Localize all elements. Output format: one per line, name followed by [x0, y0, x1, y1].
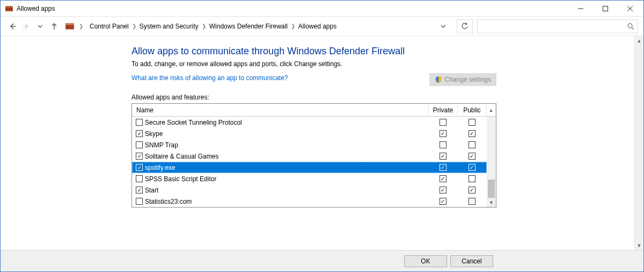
private-checkbox[interactable] [428, 119, 457, 126]
app-name: Skype [145, 130, 428, 138]
breadcrumb-item[interactable]: Windows Defender Firewall [207, 23, 290, 30]
app-name: Solitaire & Casual Games [145, 153, 428, 160]
app-name: Secure Socket Tunneling Protocol [145, 119, 428, 126]
recent-locations-button[interactable] [34, 20, 47, 33]
search-icon[interactable] [627, 23, 634, 30]
list-rows: Secure Socket Tunneling Protocol✓Skype✓✓… [132, 117, 487, 207]
risk-link[interactable]: What are the risks of allowing an app to… [131, 74, 288, 82]
column-header-public[interactable]: Public [458, 104, 487, 116]
refresh-button[interactable] [457, 19, 473, 33]
breadcrumb-item[interactable]: System and Security [137, 23, 201, 30]
svg-rect-19 [65, 27, 74, 27]
public-checkbox[interactable]: ✓ [457, 153, 486, 160]
app-name: SNMP Trap [145, 141, 428, 149]
private-checkbox[interactable] [428, 141, 457, 148]
ok-button[interactable]: OK [404, 255, 447, 267]
app-name: spotify.exe [145, 164, 428, 171]
public-checkbox[interactable] [457, 119, 486, 126]
breadcrumb-item[interactable]: Control Panel [87, 23, 131, 30]
svg-rect-17 [65, 23, 74, 25]
search-input[interactable] [481, 22, 627, 31]
chevron-right-icon: ❯ [201, 23, 207, 29]
svg-rect-5 [10, 6, 11, 8]
table-row[interactable]: ✓spotify.exe✓✓ [132, 162, 487, 173]
private-checkbox[interactable]: ✓ [428, 175, 457, 182]
address-dropdown-button[interactable] [441, 24, 452, 29]
enable-checkbox[interactable] [136, 175, 143, 182]
table-row[interactable]: Secure Socket Tunneling Protocol [132, 117, 487, 128]
list-header: Name Private Public ▲ [132, 104, 496, 117]
maximize-button[interactable] [593, 1, 618, 17]
list-label: Allowed apps and features: [131, 94, 634, 101]
public-checkbox[interactable]: ✓ [457, 187, 486, 194]
up-button[interactable] [48, 20, 61, 33]
chevron-right-icon: ❯ [131, 23, 137, 29]
svg-line-21 [632, 27, 634, 30]
column-header-private[interactable]: Private [429, 104, 458, 116]
minimize-button[interactable] [568, 1, 593, 17]
page-subtext: To add, change, or remove allowed apps a… [131, 60, 634, 68]
breadcrumb[interactable]: Control Panel ❯ System and Security ❯ Wi… [85, 19, 438, 33]
enable-checkbox[interactable]: ✓ [136, 164, 143, 171]
enable-checkbox[interactable] [136, 141, 143, 148]
ok-label: OK [421, 257, 430, 265]
forward-button[interactable] [20, 20, 33, 33]
svg-rect-3 [5, 9, 13, 10]
firewall-icon [65, 22, 75, 31]
allowed-apps-list: Name Private Public ▲ Secure Socket Tunn… [131, 103, 496, 207]
scrollbar-track[interactable] [635, 45, 643, 241]
scrollbar-thumb[interactable] [488, 180, 495, 198]
scroll-up-button[interactable]: ▲ [635, 36, 643, 45]
app-name: Start [145, 187, 428, 194]
footer: OK Cancel [1, 250, 643, 271]
app-name: SPSS Basic Script Editor [145, 175, 428, 183]
public-checkbox[interactable] [457, 198, 486, 205]
titlebar: Allowed apps [1, 1, 643, 17]
public-checkbox[interactable]: ✓ [457, 164, 486, 171]
list-scrollbar[interactable]: ▼ [487, 117, 496, 207]
svg-rect-1 [5, 6, 13, 8]
private-checkbox[interactable]: ✓ [428, 198, 457, 205]
enable-checkbox[interactable] [136, 119, 143, 126]
private-checkbox[interactable]: ✓ [428, 153, 457, 160]
table-row[interactable]: SNMP Trap [132, 139, 487, 151]
enable-checkbox[interactable]: ✓ [136, 130, 143, 137]
cancel-button[interactable]: Cancel [450, 255, 493, 267]
search-box[interactable] [477, 19, 638, 33]
window-title: Allowed apps [17, 5, 55, 12]
change-settings-button[interactable]: Change settings [429, 73, 496, 86]
close-button[interactable] [618, 1, 642, 17]
public-checkbox[interactable] [457, 141, 486, 148]
chevron-right-icon: ❯ [290, 23, 296, 29]
table-row[interactable]: Statistics23:com✓ [132, 196, 487, 207]
firewall-icon [5, 4, 13, 13]
svg-point-20 [628, 24, 632, 28]
public-checkbox[interactable] [457, 175, 486, 182]
enable-checkbox[interactable]: ✓ [136, 187, 143, 194]
public-checkbox[interactable]: ✓ [457, 130, 486, 137]
scroll-up-button[interactable]: ▲ [487, 104, 496, 116]
svg-rect-18 [65, 25, 74, 26]
svg-rect-6 [6, 8, 7, 9]
scroll-down-button[interactable]: ▼ [487, 198, 496, 207]
svg-rect-10 [603, 6, 608, 11]
column-header-name[interactable]: Name [132, 104, 429, 116]
table-row[interactable]: ✓Start✓✓ [132, 184, 487, 196]
body: Allow apps to communicate through Window… [1, 36, 643, 250]
navbar: ❯ Control Panel ❯ System and Security ❯ … [1, 17, 643, 36]
private-checkbox[interactable]: ✓ [428, 164, 457, 171]
enable-checkbox[interactable]: ✓ [136, 153, 143, 160]
breadcrumb-item[interactable]: Allowed apps [296, 23, 339, 30]
table-row[interactable]: ✓Solitaire & Casual Games✓✓ [132, 151, 487, 162]
private-checkbox[interactable]: ✓ [428, 130, 457, 137]
svg-rect-4 [8, 6, 8, 8]
chevron-right-icon: ❯ [78, 23, 84, 29]
window-scrollbar[interactable]: ▲ ▼ [634, 36, 643, 250]
private-checkbox[interactable]: ✓ [428, 187, 457, 194]
enable-checkbox[interactable] [136, 198, 143, 205]
back-button[interactable] [6, 20, 19, 33]
table-row[interactable]: ✓Skype✓✓ [132, 128, 487, 139]
table-row[interactable]: SPSS Basic Script Editor✓ [132, 173, 487, 184]
scroll-down-button[interactable]: ▼ [635, 241, 643, 250]
cancel-label: Cancel [462, 257, 481, 265]
